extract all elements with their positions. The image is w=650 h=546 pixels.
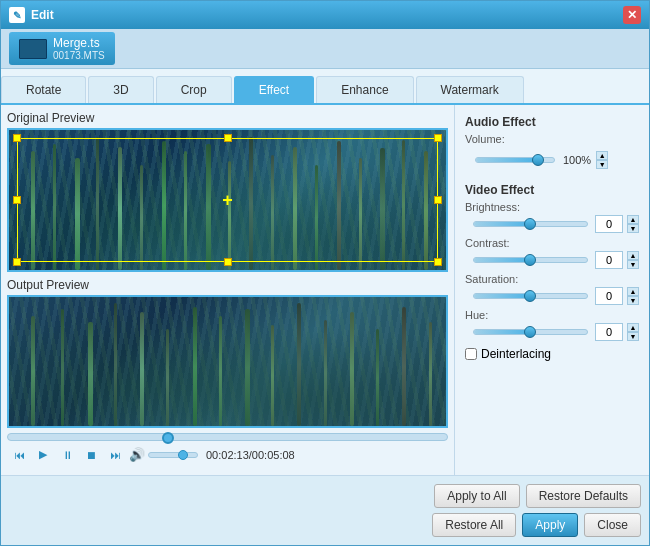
skip-forward-button[interactable]: ⏭ xyxy=(105,445,125,465)
crop-handle-ml[interactable] xyxy=(13,196,21,204)
contrast-up-btn[interactable]: ▲ xyxy=(627,251,639,260)
restore-defaults-button[interactable]: Restore Defaults xyxy=(526,484,641,508)
volume-down-btn[interactable]: ▼ xyxy=(596,160,608,169)
volume-value: 100% xyxy=(563,154,591,166)
brightness-value[interactable] xyxy=(595,215,623,233)
stop-button[interactable]: ⏹ xyxy=(81,445,101,465)
brightness-label: Brightness: xyxy=(465,201,639,213)
output-preview-image xyxy=(9,297,446,426)
deinterlacing-label: Deinterlacing xyxy=(481,347,551,361)
contrast-label: Contrast: xyxy=(465,237,639,249)
brightness-slider[interactable] xyxy=(473,221,588,227)
stem xyxy=(166,329,169,426)
crop-handle-br[interactable] xyxy=(434,258,442,266)
volume-slider[interactable] xyxy=(148,452,198,458)
saturation-label: Saturation: xyxy=(465,273,639,285)
contrast-thumb[interactable] xyxy=(524,254,536,266)
brightness-thumb[interactable] xyxy=(524,218,536,230)
stem xyxy=(297,303,301,426)
contrast-slider[interactable] xyxy=(473,257,588,263)
pause-button[interactable]: ⏸ xyxy=(57,445,77,465)
stem xyxy=(271,325,274,426)
volume-thumb[interactable] xyxy=(532,154,544,166)
apply-button[interactable]: Apply xyxy=(522,513,578,537)
video-effect-title: Video Effect xyxy=(465,183,639,197)
contrast-down-btn[interactable]: ▼ xyxy=(627,260,639,269)
saturation-thumb[interactable] xyxy=(524,290,536,302)
saturation-fill xyxy=(474,294,531,298)
controls-bar: ⏮ ▶ ⏸ ⏹ ⏭ 🔊 00:02:13/00:05:08 xyxy=(7,441,448,469)
file-name-primary: Merge.ts xyxy=(53,36,105,50)
crop-handle-mr[interactable] xyxy=(434,196,442,204)
contrast-spinners: ▲ ▼ xyxy=(627,251,639,269)
stem xyxy=(193,307,197,426)
top-btn-row: Apply to All Restore Defaults xyxy=(9,484,641,508)
hue-slider[interactable] xyxy=(473,329,588,335)
brightness-spinners: ▲ ▼ xyxy=(627,215,639,233)
crop-handle-bm[interactable] xyxy=(224,258,232,266)
output-stems xyxy=(9,297,446,426)
tab-crop[interactable]: Crop xyxy=(156,76,232,103)
file-tab-content: Merge.ts 00173.MTS xyxy=(53,36,105,61)
saturation-value[interactable] xyxy=(595,287,623,305)
file-tab-bar: Merge.ts 00173.MTS xyxy=(1,29,649,69)
crop-handle-tr[interactable] xyxy=(434,134,442,142)
saturation-down-btn[interactable]: ▼ xyxy=(627,296,639,305)
file-name-secondary: 00173.MTS xyxy=(53,50,105,61)
edit-window: ✎ Edit ✕ Merge.ts 00173.MTS Rotate 3D Cr… xyxy=(0,0,650,546)
restore-all-button[interactable]: Restore All xyxy=(432,513,516,537)
hue-value[interactable] xyxy=(595,323,623,341)
tab-rotate[interactable]: Rotate xyxy=(1,76,86,103)
tab-effect[interactable]: Effect xyxy=(234,76,314,103)
tab-watermark[interactable]: Watermark xyxy=(416,76,524,103)
output-preview-label: Output Preview xyxy=(7,278,448,292)
volume-icon: 🔊 xyxy=(129,447,145,462)
hue-spinners: ▲ ▼ xyxy=(627,323,639,341)
contrast-fill xyxy=(474,258,531,262)
crop-handle-bl[interactable] xyxy=(13,258,21,266)
volume-slider-container: 100% ▲ ▼ xyxy=(475,151,639,169)
hue-up-btn[interactable]: ▲ xyxy=(627,323,639,332)
skip-back-button[interactable]: ⏮ xyxy=(9,445,29,465)
hue-down-btn[interactable]: ▼ xyxy=(627,332,639,341)
timeline-thumb[interactable] xyxy=(162,432,174,444)
contrast-value[interactable] xyxy=(595,251,623,269)
video-effect-section: Video Effect Brightness: ▲ ▼ xyxy=(465,183,639,361)
tab-3d[interactable]: 3D xyxy=(88,76,153,103)
file-thumbnail xyxy=(19,39,47,59)
stem xyxy=(429,322,432,425)
stem xyxy=(376,329,379,426)
close-button[interactable]: Close xyxy=(584,513,641,537)
right-panel: Audio Effect Volume: 100% ▲ ▼ xyxy=(454,105,649,475)
stem xyxy=(61,309,64,425)
deinterlacing-row: Deinterlacing xyxy=(465,347,639,361)
brightness-fill xyxy=(474,222,531,226)
crop-border xyxy=(17,138,438,262)
timeline-bar[interactable] xyxy=(7,433,448,441)
volume-slider-thumb[interactable] xyxy=(178,450,188,460)
audio-volume-slider[interactable] xyxy=(475,157,555,163)
original-preview-label: Original Preview xyxy=(7,111,448,125)
brightness-down-btn[interactable]: ▼ xyxy=(627,224,639,233)
tab-enhance[interactable]: Enhance xyxy=(316,76,413,103)
crop-handle-tl[interactable] xyxy=(13,134,21,142)
hue-thumb[interactable] xyxy=(524,326,536,338)
file-tab[interactable]: Merge.ts 00173.MTS xyxy=(9,32,115,65)
saturation-up-btn[interactable]: ▲ xyxy=(627,287,639,296)
title-bar: ✎ Edit ✕ xyxy=(1,1,649,29)
crop-handle-tm[interactable] xyxy=(224,134,232,142)
volume-up-btn[interactable]: ▲ xyxy=(596,151,608,160)
saturation-slider[interactable] xyxy=(473,293,588,299)
audio-effect-title: Audio Effect xyxy=(465,115,639,129)
stem xyxy=(402,307,406,426)
saturation-spinners: ▲ ▼ xyxy=(627,287,639,305)
original-preview-box: + xyxy=(7,128,448,272)
volume-label: Volume: xyxy=(465,133,530,145)
original-preview-image: + xyxy=(9,130,446,270)
close-window-button[interactable]: ✕ xyxy=(623,6,641,24)
brightness-up-btn[interactable]: ▲ xyxy=(627,215,639,224)
apply-to-all-button[interactable]: Apply to All xyxy=(434,484,519,508)
play-button[interactable]: ▶ xyxy=(33,445,53,465)
main-content: Original Preview xyxy=(1,105,649,475)
deinterlacing-checkbox[interactable] xyxy=(465,348,477,360)
